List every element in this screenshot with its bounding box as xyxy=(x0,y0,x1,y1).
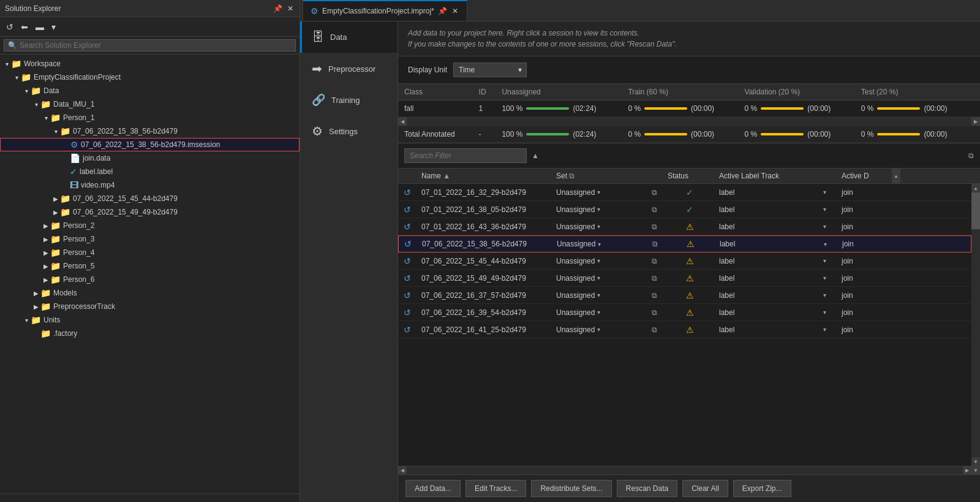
sr3-lt-dropdown[interactable]: ▾ xyxy=(812,223,837,230)
sr4-lt-dropdown[interactable]: ▾ xyxy=(813,241,837,248)
sr1-copy[interactable]: ⧉ xyxy=(643,188,665,197)
tree-item-units[interactable]: ▾ 📁 Units xyxy=(0,313,300,327)
dropdown-icon[interactable]: ▾ xyxy=(49,21,58,33)
nav-item-preprocessor[interactable]: ➡ Preprocessor xyxy=(300,53,398,85)
rescan-data-button[interactable]: Rescan Data xyxy=(617,480,677,497)
sr9-lt-dropdown[interactable]: ▾ xyxy=(812,326,837,333)
hscroll-right[interactable]: ▶ xyxy=(971,117,980,126)
sr2-lt-dropdown[interactable]: ▾ xyxy=(812,206,837,213)
close-icon[interactable]: ✕ xyxy=(286,3,295,14)
lt-dropdown-1[interactable]: ▾ xyxy=(823,189,826,196)
tree-item-factory[interactable]: 📁 .factory xyxy=(0,327,300,340)
tree-item-person3[interactable]: ▶ 📁 Person_3 xyxy=(0,232,300,246)
session-row-2[interactable]: ↺ 07_01_2022_16_38_05-b2d479 Unassigned … xyxy=(398,201,971,218)
copy-icon-4[interactable]: ⧉ xyxy=(652,240,658,248)
copy-icon-7[interactable]: ⧉ xyxy=(652,291,657,300)
hscroll-left[interactable]: ◀ xyxy=(398,117,407,126)
sr2-dropdown[interactable]: ▾ xyxy=(597,206,600,213)
tree-item-folder2[interactable]: ▶ 📁 07_06_2022_15_45_44-b2d479 xyxy=(0,192,300,205)
lt-dropdown-8[interactable]: ▾ xyxy=(823,309,826,316)
display-unit-select[interactable]: Time Samples Percentage xyxy=(453,63,527,77)
se-bottom-scrollbar[interactable] xyxy=(0,493,300,502)
active-tab[interactable]: ⚙ EmptyClassificationProject.improj* 📌 ✕ xyxy=(303,0,467,21)
session-filter-input[interactable] xyxy=(404,148,527,163)
copy-icon-8[interactable]: ⧉ xyxy=(652,308,657,317)
sr7-lt-dropdown[interactable]: ▾ xyxy=(812,292,837,299)
tree-item-data[interactable]: ▾ 📁 Data xyxy=(0,84,300,97)
session-row-4-highlighted[interactable]: ↺ 07_06_2022_15_38_56-b2d479 Unassigned … xyxy=(398,235,971,253)
sh-vscroll-top[interactable]: ▲ xyxy=(892,169,900,183)
session-row-6[interactable]: ↺ 07_06_2022_15_49_49-b2d479 Unassigned … xyxy=(398,270,971,287)
sr5-lt-dropdown[interactable]: ▾ xyxy=(812,257,837,264)
sr4-copy[interactable]: ⧉ xyxy=(644,240,666,248)
tree-item-person4[interactable]: ▶ 📁 Person_4 xyxy=(0,246,300,259)
export-zip-button[interactable]: Export Zip... xyxy=(733,480,791,497)
sr1-dropdown[interactable]: ▾ xyxy=(597,189,600,196)
sr9-copy[interactable]: ⧉ xyxy=(643,325,665,334)
copy-icon-9[interactable]: ⧉ xyxy=(652,325,657,334)
sr3-copy[interactable]: ⧉ xyxy=(643,222,665,231)
add-data-button[interactable]: Add Data... xyxy=(405,480,461,497)
sr1-lt-dropdown[interactable]: ▾ xyxy=(812,189,837,196)
sh-set-copy-icon[interactable]: ⧉ xyxy=(569,172,575,180)
session-row-8[interactable]: ↺ 07_06_2022_16_39_54-b2d479 Unassigned … xyxy=(398,304,971,321)
nav-item-data[interactable]: 🗄 Data xyxy=(300,21,398,53)
lt-dropdown-9[interactable]: ▾ xyxy=(823,326,826,333)
tree-item-session[interactable]: ⚙ 07_06_2022_15_38_56-b2d479.imsession xyxy=(0,138,300,151)
sr8-lt-dropdown[interactable]: ▾ xyxy=(812,309,837,316)
redistribute-sets-button[interactable]: Redistribute Sets... xyxy=(531,480,611,497)
sr7-dropdown[interactable]: ▾ xyxy=(597,292,600,299)
tab-close-button[interactable]: ✕ xyxy=(451,7,459,15)
tree-item-folder3[interactable]: ▶ 📁 07_06_2022_15_49_49-b2d479 xyxy=(0,205,300,219)
edit-tracks-button[interactable]: Edit Tracks... xyxy=(466,480,526,497)
session-row-3[interactable]: ↺ 07_01_2022_16_43_36-b2d479 Unassigned … xyxy=(398,218,971,235)
sr5-dropdown[interactable]: ▾ xyxy=(597,257,600,264)
copy-icon-3[interactable]: ⧉ xyxy=(652,222,657,231)
tree-item-video[interactable]: 🎞 video.mp4 xyxy=(0,178,300,192)
tree-item-label[interactable]: ✓ label.label xyxy=(0,165,300,178)
vscroll-up[interactable]: ▲ xyxy=(971,184,980,192)
back-icon[interactable]: ⬅ xyxy=(18,21,31,33)
tree-item-person5[interactable]: ▶ 📁 Person_5 xyxy=(0,259,300,273)
search-input[interactable] xyxy=(20,41,292,50)
tab-pin-icon[interactable]: 📌 xyxy=(438,7,447,15)
session-row-5[interactable]: ↺ 07_06_2022_15_45_44-b2d479 Unassigned … xyxy=(398,253,971,270)
lt-dropdown-5[interactable]: ▾ xyxy=(823,257,826,264)
sr6-dropdown[interactable]: ▾ xyxy=(597,275,600,281)
clear-all-button[interactable]: Clear All xyxy=(682,480,728,497)
copy-icon-1[interactable]: ⧉ xyxy=(652,188,657,197)
lt-dropdown-7[interactable]: ▾ xyxy=(823,292,826,299)
tree-item-folder1[interactable]: ▾ 📁 07_06_2022_15_38_56-b2d479 xyxy=(0,124,300,138)
sync-icon[interactable]: ↺ xyxy=(4,21,16,33)
sr7-copy[interactable]: ⧉ xyxy=(643,291,665,300)
sr2-copy[interactable]: ⧉ xyxy=(643,205,665,214)
tree-item-person1[interactable]: ▾ 📁 Person_1 xyxy=(0,111,300,124)
hscroll-sessions-right[interactable]: ▶ xyxy=(963,466,971,474)
session-row-1[interactable]: ↺ 07_01_2022_16_32_29-b2d479 Unassigned … xyxy=(398,184,971,201)
tree-item-project[interactable]: ▾ 📁 EmptyClassificationProject xyxy=(0,70,300,84)
lt-dropdown-2[interactable]: ▾ xyxy=(823,206,826,213)
copy-icon-5[interactable]: ⧉ xyxy=(652,257,657,265)
lt-dropdown-6[interactable]: ▾ xyxy=(823,275,826,281)
tree-item-person2[interactable]: ▶ 📁 Person_2 xyxy=(0,219,300,232)
sr8-dropdown[interactable]: ▾ xyxy=(597,309,600,316)
session-row-7[interactable]: ↺ 07_06_2022_16_37_57-b2d479 Unassigned … xyxy=(398,287,971,304)
lt-dropdown-4[interactable]: ▾ xyxy=(824,241,827,248)
nav-item-training[interactable]: 🔗 Training xyxy=(300,85,398,115)
vscroll-thumb[interactable] xyxy=(971,192,980,229)
sr5-copy[interactable]: ⧉ xyxy=(643,257,665,265)
vscroll-down[interactable]: ▼ xyxy=(971,457,980,466)
tree-item-data-imu[interactable]: ▾ 📁 Data_IMU_1 xyxy=(0,97,300,111)
sr6-copy[interactable]: ⧉ xyxy=(643,274,665,283)
sr3-dropdown[interactable]: ▾ xyxy=(597,223,600,230)
nav-item-settings[interactable]: ⚙ Settings xyxy=(300,115,398,147)
collapse-icon[interactable]: ▬ xyxy=(33,21,47,33)
se-search-wrapper[interactable]: 🔍 xyxy=(4,39,296,51)
tree-item-person6[interactable]: ▶ 📁 Person_6 xyxy=(0,273,300,286)
hscroll-sessions-left[interactable]: ◀ xyxy=(398,466,407,474)
copy-icon-2[interactable]: ⧉ xyxy=(652,205,657,214)
pin-icon[interactable]: 📌 xyxy=(272,3,284,14)
tree-item-workspace[interactable]: ▾ 📁 Workspace xyxy=(0,57,300,70)
sr8-copy[interactable]: ⧉ xyxy=(643,308,665,317)
filter-copy-icon[interactable]: ⧉ xyxy=(968,151,974,160)
